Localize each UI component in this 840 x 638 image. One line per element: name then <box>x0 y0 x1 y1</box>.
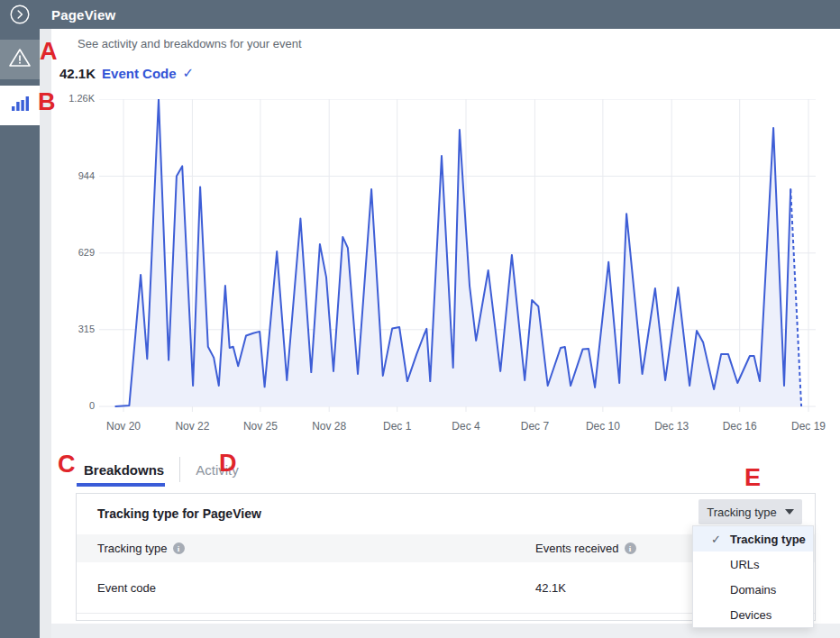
tab-divider <box>179 457 180 482</box>
tracking-type-dropdown-menu: ✓Tracking typeURLsDomainsDevices <box>692 525 814 628</box>
x-axis-tick-label: Dec 4 <box>452 420 479 433</box>
cell-events-received: 42.1K <box>535 562 566 613</box>
x-axis-tick-label: Dec 13 <box>654 420 689 433</box>
chevron-right-circle-icon <box>10 12 30 27</box>
column-header-tracking-type: Tracking type i <box>97 534 185 562</box>
top-bar: PageView <box>0 0 840 29</box>
dropdown-option-devices[interactable]: Devices <box>693 602 813 627</box>
page-title: PageView <box>51 0 115 29</box>
expand-sidebar-button[interactable] <box>10 5 30 24</box>
x-axis-tick-label: Dec 16 <box>723 420 757 433</box>
sidebar-item-diagnostics[interactable] <box>0 40 40 79</box>
column-header-label: Events received <box>535 542 619 555</box>
x-axis-tick-label: Nov 20 <box>106 420 141 433</box>
column-header-events-received: Events received i <box>535 534 636 562</box>
dropdown-option-label: Tracking type <box>730 533 806 546</box>
y-axis-tick-label: 629 <box>51 247 95 258</box>
x-axis-tick-label: Dec 1 <box>383 420 411 433</box>
x-axis-tick-label: Nov 25 <box>243 420 278 433</box>
events-total-value: 42.1K <box>59 66 96 81</box>
sidebar <box>0 29 40 638</box>
check-icon: ✓ <box>711 533 721 546</box>
annotation-letter-d: D <box>219 451 237 476</box>
active-tab-underline <box>77 483 165 487</box>
sidebar-item-overview[interactable] <box>0 86 40 125</box>
dropdown-option-label: URLs <box>730 558 760 571</box>
tab-bar: Breakdowns Activity <box>84 458 239 481</box>
dropdown-option-domains[interactable]: Domains <box>693 577 813 602</box>
event-code-link[interactable]: Event Code <box>102 66 177 81</box>
info-icon[interactable]: i <box>173 542 185 554</box>
events-line-chart[interactable] <box>99 99 816 412</box>
annotation-letter-c: C <box>58 452 76 477</box>
tab-breakdowns[interactable]: Breakdowns <box>84 462 164 478</box>
dropdown-option-label: Domains <box>730 583 776 597</box>
check-icon: ✓ <box>183 65 195 81</box>
tracking-type-dropdown-button[interactable]: Tracking type <box>698 499 802 524</box>
breakdown-card-title: Tracking type for PageView <box>97 506 261 521</box>
bar-chart-icon <box>10 94 30 117</box>
x-axis-tick-label: Dec 10 <box>586 420 620 433</box>
dropdown-option-tracking-type[interactable]: ✓Tracking type <box>693 526 813 551</box>
x-axis-tick-label: Dec 19 <box>791 420 826 433</box>
dropdown-button-label: Tracking type <box>707 506 777 519</box>
event-subtitle: See activity and breakdowns for your eve… <box>78 37 302 50</box>
left-gutter <box>40 29 51 638</box>
y-axis-tick-label: 0 <box>51 400 95 411</box>
annotation-letter-e: E <box>744 466 761 490</box>
metric-row: 42.1K Event Code ✓ <box>59 65 194 81</box>
x-axis-tick-label: Nov 22 <box>175 420 209 433</box>
cell-tracking-type: Event code <box>97 562 156 613</box>
warning-triangle-icon <box>8 47 32 72</box>
x-axis-tick-label: Nov 28 <box>312 420 346 433</box>
caret-down-icon <box>785 509 794 515</box>
y-axis-tick-label: 944 <box>51 170 95 181</box>
column-header-label: Tracking type <box>97 542 168 555</box>
dropdown-option-label: Devices <box>730 608 772 622</box>
y-axis-tick-label: 315 <box>51 324 95 334</box>
y-axis-tick-label: 1.26K <box>51 93 95 104</box>
annotation-letter-b: B <box>38 90 56 114</box>
info-icon[interactable]: i <box>625 542 636 554</box>
annotation-letter-a: A <box>40 40 58 64</box>
x-axis-tick-label: Dec 7 <box>521 420 549 433</box>
dropdown-option-urls[interactable]: URLs <box>693 551 813 577</box>
